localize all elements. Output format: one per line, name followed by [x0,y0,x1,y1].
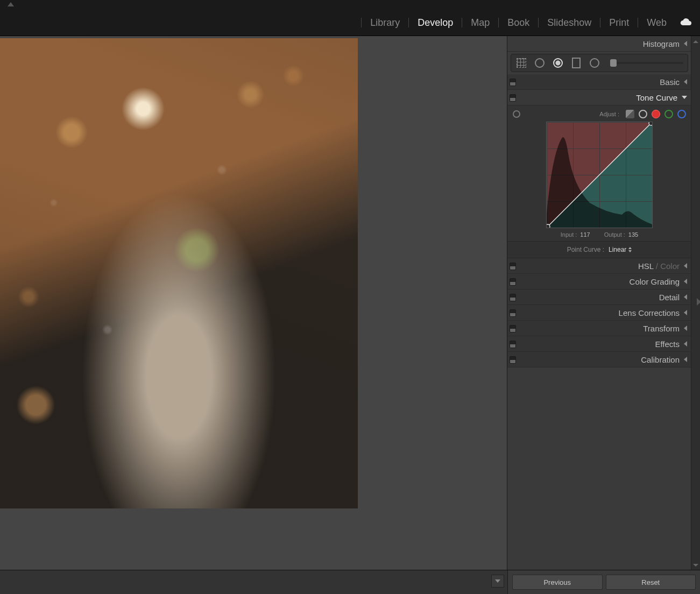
panel-transform-header[interactable]: Transform [507,321,691,336]
panel-transform-title: Transform [643,324,680,333]
tone-curve-body: Adjust : [507,105,691,242]
image-canvas-area[interactable] [0,36,507,571]
redeye-tool[interactable] [552,57,564,69]
panel-tonecurve-header[interactable]: Tone Curve [507,90,691,105]
svg-point-2 [649,122,652,125]
point-curve-label: Point Curve : [567,246,604,253]
targeted-adjust-icon[interactable] [513,110,520,118]
develop-footer-buttons: Previous Reset [507,570,700,594]
panel-switch-icon[interactable] [510,341,516,348]
panel-calibration-header[interactable]: Calibration [507,352,691,367]
curve-channel-blue[interactable] [677,110,686,118]
collapse-icon [684,294,687,300]
cloud-sync-icon[interactable] [680,18,692,27]
panel-basic-header[interactable]: Basic [507,74,691,90]
module-book[interactable]: Book [499,18,539,27]
panel-switch-icon[interactable] [510,294,516,301]
expand-icon [682,96,687,99]
reset-button[interactable]: Reset [606,575,696,590]
input-label: Input : [561,231,577,238]
adjust-label: Adjust : [599,111,619,117]
panel-effects-header[interactable]: Effects [507,336,691,352]
stepper-icon [628,247,632,252]
panel-histogram-title: Histogram [643,39,680,48]
curve-parametric-button[interactable] [626,110,634,118]
collapse-icon [684,357,687,362]
panel-lens-header[interactable]: Lens Corrections [507,305,691,321]
module-print[interactable]: Print [600,18,638,27]
previous-button[interactable]: Previous [512,575,603,590]
panel-colorgrading-title: Color Grading [630,277,680,286]
main-area: Histogram Basic [0,36,700,571]
collapse-icon [684,279,687,284]
panel-detail-header[interactable]: Detail [507,289,691,305]
panel-colorgrading-header[interactable]: Color Grading [507,274,691,289]
panel-histogram-header[interactable]: Histogram [507,36,691,52]
collapse-icon [684,341,687,346]
mask-amount-slider[interactable] [610,62,683,64]
preview-image[interactable] [0,38,358,508]
curve-io-readout: Input :117 Output :135 [513,231,686,238]
panel-lens-title: Lens Corrections [619,308,680,317]
panel-detail-title: Detail [659,293,680,302]
spot-removal-tool[interactable] [534,57,546,69]
panel-switch-icon[interactable] [510,94,516,102]
point-curve-row: Point Curve : Linear [507,242,691,258]
curve-channel-red[interactable] [652,110,660,118]
app-window: Library Develop Map Book Slideshow Print… [0,0,700,594]
module-develop[interactable]: Develop [409,18,462,27]
local-adjust-toolstrip [511,54,688,72]
point-curve-select[interactable]: Linear [609,246,632,253]
bottom-bar: Previous Reset [0,570,700,594]
panel-switch-icon[interactable] [510,309,516,317]
panel-hsl-title: HSL / Color [638,261,680,271]
collapse-icon [684,41,687,46]
collapse-icon [684,79,687,84]
input-value: 117 [580,231,590,238]
panel-tonecurve-title: Tone Curve [636,93,677,102]
filmstrip-source-dropdown[interactable] [491,575,504,588]
module-library[interactable]: Library [361,18,409,27]
panel-switch-icon[interactable] [510,356,516,364]
collapse-icon [684,326,687,331]
collapse-icon [684,263,687,268]
panel-basic-title: Basic [660,77,680,87]
filmstrip-collapsed[interactable] [0,570,507,594]
svg-point-1 [547,224,550,228]
output-value: 135 [628,231,638,238]
module-web[interactable]: Web [638,18,675,27]
panel-switch-icon[interactable] [510,263,516,270]
panel-calibration-title: Calibration [641,355,680,364]
panel-switch-icon[interactable] [510,278,516,286]
panel-switch-icon[interactable] [510,325,516,333]
output-label: Output : [604,231,625,238]
graduated-filter-tool[interactable] [570,57,582,69]
panel-hsl-header[interactable]: HSL / Color [507,258,691,274]
panel-effects-title: Effects [655,340,680,349]
reveal-right-panel-icon[interactable] [695,297,700,308]
collapse-icon [684,310,687,315]
identity-plate-collapsed[interactable] [0,0,700,10]
module-slideshow[interactable]: Slideshow [539,18,600,27]
crop-tool[interactable] [515,57,527,69]
reveal-top-panel-icon[interactable] [8,2,14,6]
module-map[interactable]: Map [462,18,499,27]
right-panel: Histogram Basic [507,36,700,571]
module-picker: Library Develop Map Book Slideshow Print… [0,10,700,36]
panel-switch-icon[interactable] [510,79,516,86]
curve-channel-green[interactable] [664,110,673,118]
tone-curve-graph[interactable] [546,122,653,228]
curve-channel-luminance[interactable] [639,110,647,118]
radial-filter-tool[interactable] [589,57,600,69]
